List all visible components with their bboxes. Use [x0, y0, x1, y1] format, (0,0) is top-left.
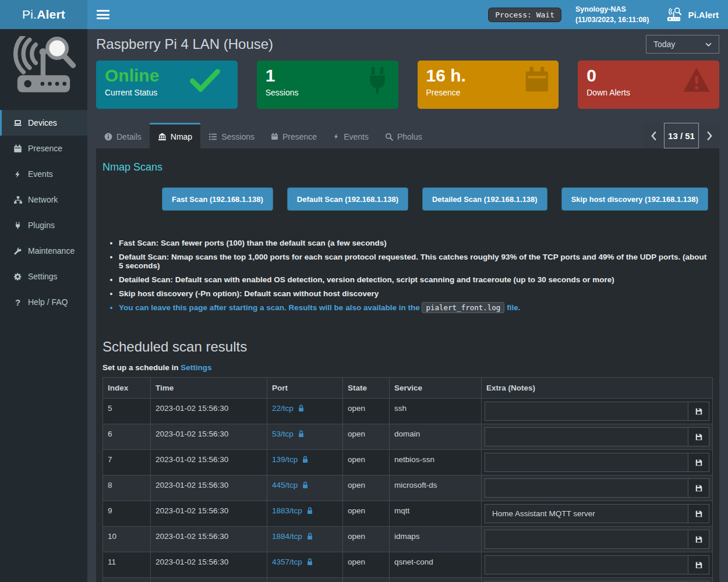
port-text: 22/tcp [272, 404, 294, 413]
note-input[interactable] [485, 428, 688, 446]
menu-icon[interactable] [97, 10, 109, 19]
port-text: 139/tcp [272, 455, 298, 464]
tab-pholus[interactable]: Pholus [377, 123, 430, 148]
note-input[interactable] [485, 530, 688, 548]
card-sessions[interactable]: 1 Sessions [257, 61, 398, 109]
note-input[interactable] [485, 402, 688, 420]
sidebar-item-events[interactable]: Events [0, 161, 87, 187]
port-link[interactable]: 139/tcp [272, 455, 309, 464]
tab-label: Details [116, 132, 142, 141]
cell-index: 12 [103, 578, 151, 582]
cell-service: netbios-ssn [390, 450, 482, 475]
scan-results-table: Index Time Port State Service Extra (Not… [103, 377, 713, 582]
sidebar-item-presence[interactable]: Presence [0, 136, 87, 161]
tab-events[interactable]: Events [325, 123, 377, 148]
sidebar-item-label: Events [28, 169, 53, 179]
main-content: Raspberry Pi 4 LAN (House) Today Online … [87, 29, 728, 582]
tab-label: Pholus [397, 132, 422, 141]
save-note-button[interactable] [688, 453, 709, 471]
cell-time: 2023-01-02 15:56:30 [151, 399, 267, 424]
chevron-down-icon [705, 42, 712, 47]
skip-host-discovery-button[interactable]: Skip host discovery (192.168.1.138) [561, 187, 708, 211]
scan-log-note-suffix: file. [507, 303, 520, 312]
host-info: Synology-NAS (11/03/2023, 16:11:08) [575, 4, 649, 25]
detailed-scan-button[interactable]: Detailed Scan (192.168.1.138) [422, 187, 547, 211]
sidebar-item-label: Network [28, 195, 58, 204]
cell-index: 9 [103, 501, 151, 527]
sidebar-item-devices[interactable]: Devices [0, 110, 87, 136]
schedule-hint-text: Set up a schedule in [103, 363, 179, 372]
sidebar-item-label: Settings [28, 272, 58, 281]
lock-icon [306, 558, 313, 566]
col-index: Index [103, 378, 151, 399]
lock-icon [302, 456, 309, 463]
save-note-button[interactable] [688, 479, 709, 497]
col-time: Time [151, 378, 267, 399]
port-link[interactable]: 53/tcp [272, 430, 305, 438]
table-row: 5 2023-01-02 15:56:30 22/tcp open ssh [103, 399, 713, 424]
period-select-value: Today [653, 40, 675, 49]
tab-sessions[interactable]: Sessions [200, 123, 263, 148]
sidebar-item-settings[interactable]: Settings [0, 264, 87, 289]
app-logo[interactable]: Pi.Alert [0, 0, 87, 29]
port-link[interactable]: 22/tcp [272, 404, 305, 413]
host-name: Synology-NAS [575, 4, 649, 15]
save-note-button[interactable] [688, 402, 709, 420]
cell-service: ssh [390, 399, 482, 424]
page-title: Raspberry Pi 4 LAN (House) [96, 36, 273, 52]
cell-service: qsnet-cond [390, 552, 482, 578]
card-presence[interactable]: 16 h. Presence [418, 61, 559, 109]
tab-presence[interactable]: Presence [263, 123, 325, 148]
info-icon [104, 133, 112, 141]
ordered-list-icon [208, 133, 217, 141]
sidebar-item-maintenance[interactable]: Maintenance [0, 238, 87, 264]
default-scan-button[interactable]: Default Scan (192.168.1.138) [287, 187, 408, 211]
tab-nmap[interactable]: Nmap [150, 123, 200, 148]
port-link[interactable]: 4357/tcp [272, 558, 313, 566]
cell-time: 2023-01-02 15:56:30 [151, 527, 267, 552]
page-indicator: 13 / 51 [664, 123, 699, 148]
save-icon [695, 510, 703, 518]
save-note-button[interactable] [688, 556, 709, 574]
note-input[interactable] [485, 453, 688, 471]
gear-icon [13, 272, 23, 281]
scan-description-item: Detailed Scan: Default scan with enabled… [119, 275, 713, 284]
save-icon [695, 561, 703, 569]
chevron-left-icon[interactable] [644, 123, 663, 148]
cell-time: 2023-01-02 15:56:30 [151, 424, 267, 450]
tab-label: Sessions [221, 132, 255, 141]
fast-scan-button[interactable]: Fast Scan (192.168.1.138) [162, 187, 273, 211]
sidebar-item-plugins[interactable]: Plugins [0, 212, 87, 238]
host-timestamp: (11/03/2023, 16:11:08) [575, 15, 649, 25]
save-note-button[interactable] [688, 505, 709, 523]
table-row: 7 2023-01-02 15:56:30 139/tcp open netbi… [103, 450, 713, 475]
tab-details[interactable]: Details [96, 123, 150, 148]
card-down-alerts[interactable]: 0 Down Alerts [578, 61, 719, 109]
col-service: Service [390, 378, 482, 399]
save-icon [695, 484, 703, 492]
port-link[interactable]: 1884/tcp [272, 532, 313, 541]
sidebar-item-label: Plugins [28, 221, 55, 230]
cell-time: 2023-01-02 15:56:30 [151, 578, 267, 582]
port-link[interactable]: 1883/tcp [272, 506, 313, 515]
brand[interactable]: Pi.Alert [665, 7, 719, 23]
period-select[interactable]: Today [646, 35, 719, 54]
note-input[interactable] [485, 479, 688, 497]
settings-link[interactable]: Settings [181, 363, 211, 372]
note-input[interactable] [485, 556, 688, 574]
scan-description-item: Fast Scan: Scan fewer ports (100) than t… [119, 239, 713, 247]
card-current-status[interactable]: Online Current Status [96, 61, 238, 109]
chevron-right-icon[interactable] [699, 123, 719, 148]
lock-icon [306, 533, 313, 540]
nmap-panel: Nmap Scans Fast Scan (192.168.1.138) Def… [96, 148, 719, 582]
scan-descriptions: Fast Scan: Scan fewer ports (100) than t… [108, 239, 713, 312]
save-note-button[interactable] [688, 428, 709, 446]
calendar-icon [271, 133, 278, 140]
cell-index: 6 [103, 424, 151, 450]
save-note-button[interactable] [688, 530, 709, 548]
note-input[interactable] [485, 505, 688, 523]
sidebar-item-network[interactable]: Network [0, 187, 87, 212]
sidebar-item-help[interactable]: ? Help / FAQ [0, 289, 87, 315]
port-link[interactable]: 445/tcp [272, 481, 309, 489]
scan-description-item: Skip host discovery (-Pn option): Defaul… [119, 289, 713, 298]
